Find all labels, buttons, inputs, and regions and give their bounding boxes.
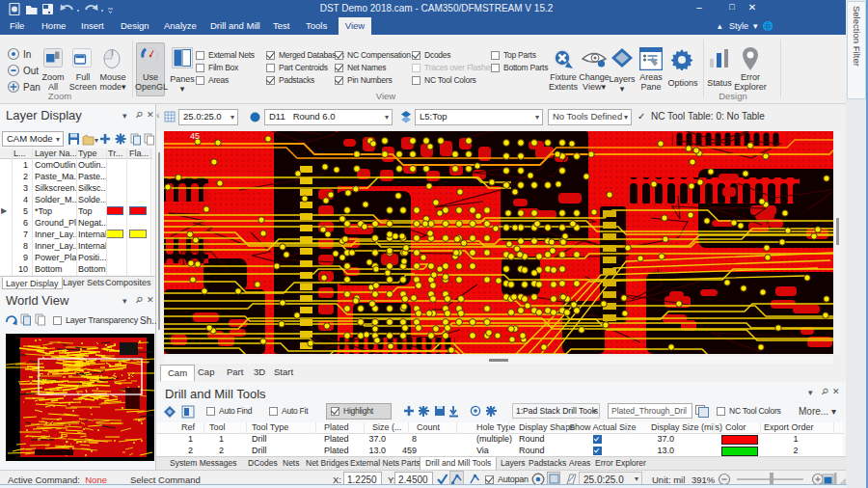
svg-text:In: In <box>23 49 31 60</box>
svg-text:45: 45 <box>190 131 200 141</box>
svg-text:▾: ▾ <box>95 136 98 145</box>
